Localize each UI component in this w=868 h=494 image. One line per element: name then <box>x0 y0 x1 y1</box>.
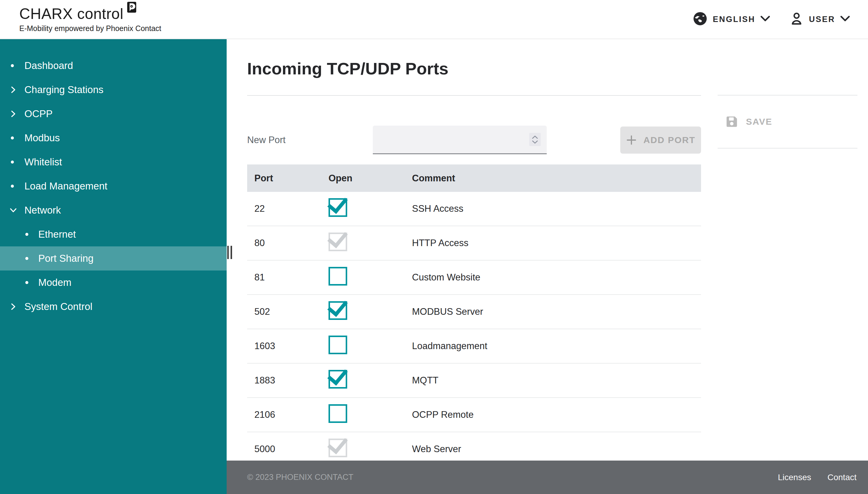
chevron-right-icon <box>9 110 17 118</box>
language-label: ENGLISH <box>713 15 755 24</box>
page-title: Incoming TCP/UDP Ports <box>247 59 448 78</box>
new-port-label: New Port <box>247 135 373 146</box>
sidebar-item-dashboard[interactable]: Dashboard <box>0 54 227 78</box>
brand-logo: CHARX control E-Mobility empowered by Ph… <box>19 6 161 33</box>
divider <box>247 95 701 96</box>
column-header-port: Port <box>254 173 329 184</box>
language-menu[interactable]: ENGLISH <box>692 11 770 27</box>
new-port-input-wrapper <box>373 126 547 154</box>
column-header-open: Open <box>329 173 412 184</box>
sidebar-item-charging-stations[interactable]: Charging Stations <box>0 78 227 102</box>
save-button[interactable]: SAVE <box>718 115 772 129</box>
bullet-icon <box>11 185 14 188</box>
port-cell: 5000 <box>254 444 329 455</box>
comment-cell: SSH Access <box>412 203 701 214</box>
port-cell: 80 <box>254 238 329 248</box>
bullet-icon <box>25 281 28 284</box>
port-cell: 2106 <box>254 410 329 420</box>
column-header-comment: Comment <box>412 173 701 184</box>
chevron-down-icon <box>840 16 850 23</box>
phoenix-logo-mark-icon <box>127 2 136 13</box>
table-row: 502 MODBUS Server <box>247 295 701 329</box>
open-checkbox[interactable] <box>329 301 347 320</box>
sidebar-item-ethernet[interactable]: Ethernet <box>0 222 227 246</box>
open-checkbox[interactable] <box>329 232 347 251</box>
footer: © 2023 PHOENIX CONTACT Licenses Contact <box>227 460 868 494</box>
table-row: 1883 MQTT <box>247 364 701 398</box>
sidebar-item-modbus[interactable]: Modbus <box>0 126 227 150</box>
comment-cell: MQTT <box>412 375 701 386</box>
sidebar-item-network[interactable]: Network <box>0 198 227 222</box>
copyright-text: © 2023 PHOENIX CONTACT <box>247 473 353 482</box>
comment-cell: MODBUS Server <box>412 306 701 317</box>
app-root: CHARX control E-Mobility empowered by Ph… <box>0 0 868 494</box>
sidebar-item-port-sharing[interactable]: Port Sharing <box>0 246 227 270</box>
user-menu[interactable]: USER <box>789 11 850 27</box>
open-checkbox[interactable] <box>329 336 347 354</box>
open-checkbox[interactable] <box>329 404 347 423</box>
chevron-right-icon <box>9 302 17 311</box>
bullet-icon <box>25 257 28 260</box>
table-row: 2106 OCPP Remote <box>247 398 701 432</box>
brand-subtitle: E-Mobility empowered by Phoenix Contact <box>19 24 161 33</box>
port-cell: 1603 <box>254 341 329 352</box>
comment-cell: OCPP Remote <box>412 410 701 420</box>
chevron-down-icon <box>532 140 538 144</box>
save-panel: SAVE <box>718 95 857 149</box>
new-port-row: New Port ADD PORT <box>247 126 701 154</box>
port-cell: 22 <box>254 203 329 214</box>
open-checkbox[interactable] <box>329 267 347 286</box>
port-cell: 502 <box>254 306 329 317</box>
sidebar-item-ocpp[interactable]: OCPP <box>0 102 227 126</box>
port-cell: 81 <box>254 272 329 283</box>
sidebar-item-system-control[interactable]: System Control <box>0 294 227 319</box>
open-checkbox[interactable] <box>329 439 347 457</box>
user-label: USER <box>809 15 835 24</box>
sidebar-resize-handle[interactable] <box>227 246 232 259</box>
sidebar-item-whitelist[interactable]: Whitelist <box>0 150 227 174</box>
floppy-disk-icon <box>725 115 739 129</box>
sidebar-item-load-management[interactable]: Load Management <box>0 174 227 198</box>
user-icon <box>789 11 804 27</box>
open-checkbox[interactable] <box>329 370 347 388</box>
sidebar-item-modem[interactable]: Modem <box>0 270 227 294</box>
comment-cell: HTTP Access <box>412 238 701 248</box>
comment-cell: Custom Website <box>412 272 701 283</box>
plus-icon <box>626 135 637 146</box>
ports-table: Port Open Comment 22 SSH Access 80 HTTP … <box>247 165 701 467</box>
table-row: 22 SSH Access <box>247 192 701 226</box>
table-row: 1603 Loadmanagement <box>247 329 701 364</box>
table-row: 80 HTTP Access <box>247 226 701 261</box>
bullet-icon <box>11 136 14 139</box>
app-header: CHARX control E-Mobility empowered by Ph… <box>0 0 868 39</box>
globe-icon <box>692 11 708 27</box>
new-port-input[interactable] <box>373 126 547 153</box>
add-port-button[interactable]: ADD PORT <box>620 127 701 154</box>
open-checkbox[interactable] <box>329 198 347 217</box>
bullet-icon <box>11 64 14 67</box>
brand-title: CHARX control <box>19 6 124 22</box>
contact-link[interactable]: Contact <box>828 473 857 482</box>
bullet-icon <box>25 233 28 236</box>
chevron-down-icon <box>760 16 770 23</box>
port-cell: 1883 <box>254 375 329 386</box>
chevron-down-icon <box>9 206 17 214</box>
chevron-right-icon <box>9 86 17 94</box>
main-content: Incoming TCP/UDP Ports New Port ADD PORT… <box>227 39 868 494</box>
licenses-link[interactable]: Licenses <box>778 473 811 482</box>
comment-cell: Web Server <box>412 444 701 455</box>
sidebar: Dashboard Charging Stations OCPP Modbus <box>0 39 227 494</box>
table-header-row: Port Open Comment <box>247 165 701 192</box>
table-row: 81 Custom Website <box>247 261 701 295</box>
chevron-up-icon <box>532 136 538 139</box>
number-spinner[interactable] <box>529 133 541 146</box>
comment-cell: Loadmanagement <box>412 341 701 352</box>
bullet-icon <box>11 160 14 164</box>
